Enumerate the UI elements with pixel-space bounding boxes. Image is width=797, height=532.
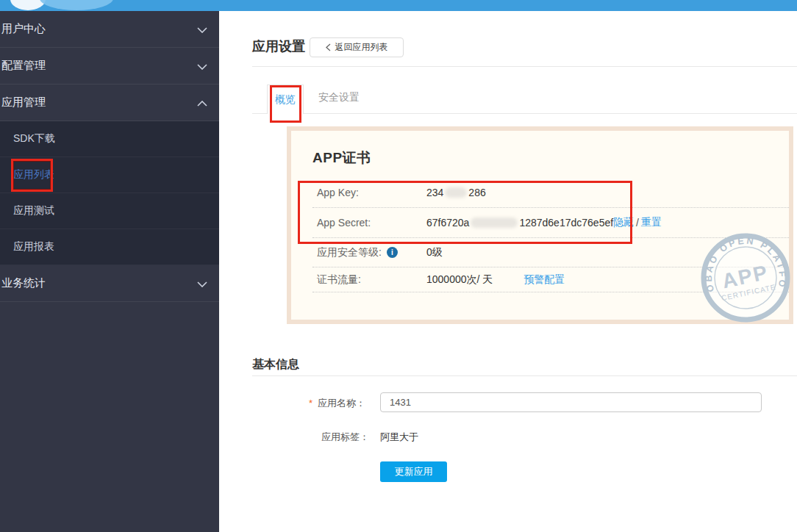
basic-info-title: 基本信息 bbox=[252, 357, 299, 373]
tab-security-settings[interactable]: 安全设置 bbox=[318, 91, 360, 104]
app-secret-blur-mask bbox=[471, 218, 518, 228]
sidebar-item-config-management[interactable]: 配置管理 bbox=[0, 48, 219, 85]
chevron-down-icon bbox=[197, 23, 207, 35]
chevron-down-icon bbox=[197, 60, 207, 72]
app-key-blur-mask bbox=[445, 187, 467, 198]
app-key-value: 234 286 bbox=[426, 187, 486, 198]
sidebar-item-label: 用户中心 bbox=[1, 22, 46, 36]
info-icon[interactable]: i bbox=[387, 247, 398, 258]
sidebar-item-label: 应用测试 bbox=[13, 204, 54, 218]
required-mark: * bbox=[309, 398, 312, 409]
app-key-label: App Key: bbox=[312, 187, 426, 198]
chevron-down-icon bbox=[197, 277, 207, 290]
sidebar-item-user-center[interactable]: 用户中心 bbox=[0, 11, 219, 48]
app-tag-value: 阿里大于 bbox=[380, 431, 418, 444]
sidebar-item-app-report[interactable]: 应用报表 bbox=[0, 229, 219, 265]
back-button-label: 返回应用列表 bbox=[335, 41, 388, 54]
security-level-label-text: 应用安全等级: bbox=[317, 246, 382, 259]
app-secret-suffix: 1287d6e17dc76e5ef bbox=[519, 217, 613, 229]
certificate-title: APP证书 bbox=[312, 148, 789, 168]
traffic-value-group: 1000000次/ 天 预警配置 bbox=[426, 273, 565, 287]
traffic-label: 证书流量: bbox=[312, 273, 426, 287]
tab-overview-label: 概览 bbox=[275, 93, 296, 107]
sidebar-item-business-stats[interactable]: 业务统计 bbox=[0, 265, 219, 302]
app-name-label: 应用名称： bbox=[318, 397, 365, 410]
app-secret-value: 67f6720a 1287d6e17dc76e5ef 隐藏 / 重置 bbox=[426, 216, 662, 229]
alert-config-link[interactable]: 预警配置 bbox=[523, 273, 565, 287]
app-name-input[interactable] bbox=[380, 392, 762, 412]
chevron-left-icon bbox=[326, 43, 331, 51]
hide-secret-link[interactable]: 隐藏 bbox=[613, 216, 634, 229]
chevron-up-icon bbox=[197, 96, 207, 109]
page-title: 应用设置 bbox=[252, 37, 305, 55]
sidebar-item-app-list[interactable]: 应用列表 bbox=[0, 157, 219, 193]
certificate-stamp-icon: TAOBAO OPEN PLATFORM APP CERTIFICATE bbox=[698, 231, 793, 325]
sidebar-item-sdk-download[interactable]: SDK下载 bbox=[0, 121, 219, 157]
app-settings-page: 用户中心 配置管理 应用管理 SDK下载 应用列表 应用测试 bbox=[0, 0, 797, 532]
app-secret-prefix: 67f6720a bbox=[426, 217, 469, 229]
sidebar-item-label: 应用报表 bbox=[13, 240, 54, 254]
sidebar: 用户中心 配置管理 应用管理 SDK下载 应用列表 应用测试 bbox=[0, 11, 219, 532]
security-level-label: 应用安全等级: i bbox=[312, 246, 426, 259]
sidebar-item-label: 业务统计 bbox=[1, 276, 46, 290]
sidebar-item-label: SDK下载 bbox=[13, 132, 55, 145]
taobao-logo-swirl-icon bbox=[40, 0, 113, 10]
tab-security-label: 安全设置 bbox=[318, 91, 360, 103]
sidebar-item-app-management[interactable]: 应用管理 bbox=[0, 85, 219, 121]
app-secret-label: App Secret: bbox=[312, 217, 426, 229]
back-to-app-list-button[interactable]: 返回应用列表 bbox=[310, 37, 404, 57]
app-key-prefix: 234 bbox=[426, 187, 443, 198]
tab-overview[interactable]: 概览 bbox=[267, 85, 304, 114]
app-key-suffix: 286 bbox=[468, 187, 485, 198]
sidebar-item-label: 应用列表 bbox=[13, 168, 54, 181]
sidebar-item-app-test[interactable]: 应用测试 bbox=[0, 193, 219, 229]
traffic-value: 1000000次/ 天 bbox=[426, 273, 493, 287]
reset-secret-link[interactable]: 重置 bbox=[641, 216, 662, 229]
sidebar-item-label: 应用管理 bbox=[1, 96, 46, 109]
header-divider bbox=[252, 66, 797, 67]
basic-info-divider bbox=[252, 375, 797, 376]
top-navbar bbox=[0, 0, 797, 11]
security-level-value: 0级 bbox=[426, 246, 443, 259]
sidebar-item-label: 配置管理 bbox=[1, 59, 46, 73]
app-key-row: App Key: 234 286 bbox=[312, 178, 789, 208]
sidebar-submenu-app-management: SDK下载 应用列表 应用测试 应用报表 bbox=[0, 121, 219, 265]
tabs-divider bbox=[252, 113, 797, 114]
update-app-button[interactable]: 更新应用 bbox=[380, 461, 447, 482]
app-tag-label: 应用标签： bbox=[321, 431, 369, 444]
link-separator: / bbox=[636, 217, 639, 229]
